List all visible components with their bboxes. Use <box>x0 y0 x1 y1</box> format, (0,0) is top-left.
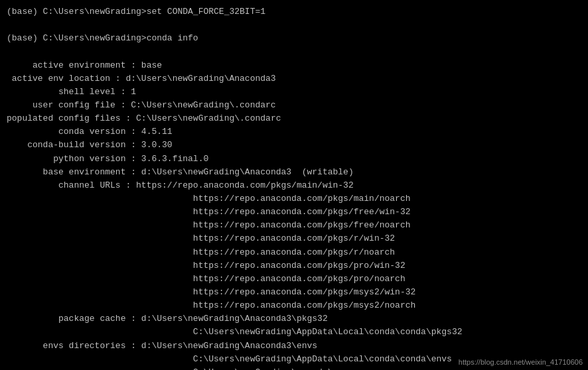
channel-url-6: https://repo.anaconda.com/pkgs/r/noarch <box>7 246 581 259</box>
channel-urls-line: channel URLs : https://repo.anaconda.com… <box>7 179 581 192</box>
shell-level-line: shell level : 1 <box>7 86 581 99</box>
python-version-line: python version : 3.6.3.final.0 <box>7 153 581 166</box>
conda-version-line: conda version : 4.5.11 <box>7 125 581 139</box>
command-line-1: (base) C:\Users\newGrading>set CONDA_FOR… <box>7 5 581 19</box>
package-cache-2: C:\Users\newGrading\AppData\Local\conda\… <box>7 326 581 339</box>
active-env-loc-line: active env location : d:\Users\newGradin… <box>7 72 581 86</box>
envs-dirs-line: envs directories : d:\Users\newGrading\A… <box>7 339 581 353</box>
envs-dirs-3: C:\Users\newGrading\.conda\envs <box>7 366 581 370</box>
channel-url-4: https://repo.anaconda.com/pkgs/free/noar… <box>7 219 581 232</box>
channel-url-2: https://repo.anaconda.com/pkgs/main/noar… <box>7 192 581 206</box>
conda-build-version-line: conda-build version : 3.0.30 <box>7 139 581 152</box>
base-env-line: base environment : d:\Users\newGrading\A… <box>7 166 581 179</box>
channel-url-10: https://repo.anaconda.com/pkgs/msys2/noa… <box>7 299 581 312</box>
watermark: https://blog.csdn.net/weixin_41710606 <box>459 358 583 366</box>
channel-url-5: https://repo.anaconda.com/pkgs/r/win-32 <box>7 232 581 245</box>
command-line-2: (base) C:\Users\newGrading>conda info <box>7 32 581 45</box>
blank-line-1 <box>7 19 581 32</box>
channel-url-9: https://repo.anaconda.com/pkgs/msys2/win… <box>7 286 581 299</box>
populated-config-line: populated config files : C:\Users\newGra… <box>7 112 581 125</box>
terminal-window: (base) C:\Users\newGrading>set CONDA_FOR… <box>0 0 588 370</box>
user-config-line: user config file : C:\Users\newGrading\.… <box>7 99 581 112</box>
channel-url-3: https://repo.anaconda.com/pkgs/free/win-… <box>7 206 581 219</box>
active-env-line: active environment : base <box>7 59 581 72</box>
blank-line-2 <box>7 45 581 58</box>
channel-url-8: https://repo.anaconda.com/pkgs/pro/noarc… <box>7 273 581 286</box>
package-cache-line: package cache : d:\Users\newGrading\Anac… <box>7 312 581 326</box>
channel-url-7: https://repo.anaconda.com/pkgs/pro/win-3… <box>7 259 581 273</box>
